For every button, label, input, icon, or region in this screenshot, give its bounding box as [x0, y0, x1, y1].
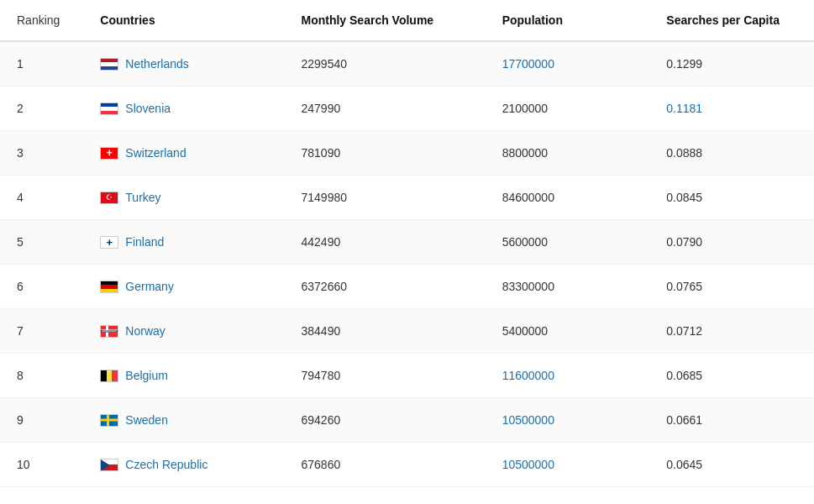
- table-row: 4Turkey7149980846000000.0845: [0, 176, 814, 220]
- country-name: Germany: [125, 280, 174, 293]
- msv-cell: 676860: [284, 443, 485, 487]
- population-cell: 2100000: [486, 87, 650, 131]
- country-flag-icon: [100, 370, 118, 382]
- country-flag-icon: [100, 459, 118, 471]
- spc-cell: 0.0790: [649, 220, 814, 265]
- rank-cell: 2: [0, 87, 83, 131]
- msv-cell: 794780: [284, 354, 485, 398]
- table-row: 5Finland44249056000000.0790: [0, 220, 814, 265]
- country-flag-icon: [100, 192, 118, 204]
- country-name: Czech Republic: [125, 458, 207, 471]
- msv-cell: 442490: [284, 220, 485, 265]
- msv-cell: 2299540: [284, 41, 485, 87]
- country-name: Sweden: [125, 413, 168, 427]
- rank-cell: 7: [0, 309, 83, 354]
- msv-cell: 7149980: [284, 176, 485, 220]
- country-name: Netherlands: [125, 57, 189, 71]
- msv-cell: 384490: [284, 309, 485, 354]
- rank-cell: 3: [0, 131, 83, 176]
- population-cell: 8800000: [486, 131, 650, 176]
- population-cell: 10500000: [486, 398, 650, 443]
- country-flag-icon: [100, 236, 118, 249]
- rank-cell: 6: [0, 265, 83, 309]
- country-flag-icon: [100, 102, 118, 115]
- rank-cell: 8: [0, 354, 83, 398]
- country-cell: Switzerland: [83, 131, 284, 176]
- country-flag-icon: [100, 281, 118, 293]
- country-name: Belgium: [125, 369, 168, 382]
- country-name: Norway: [125, 324, 165, 338]
- table-row: 6Germany6372660833000000.0765: [0, 265, 814, 309]
- population-cell: 11600000: [486, 354, 650, 398]
- population-cell: 5600000: [486, 220, 650, 265]
- population-cell: 17700000: [486, 41, 650, 87]
- msv-cell: 781090: [284, 131, 485, 176]
- country-name: Turkey: [125, 191, 160, 204]
- spc-cell: 0.1181: [649, 87, 814, 131]
- rank-cell: 5: [0, 220, 83, 265]
- country-name: Switzerland: [125, 146, 186, 160]
- country-cell: Sweden: [83, 398, 284, 443]
- table-row: 2Slovenia24799021000000.1181: [0, 87, 814, 131]
- spc-cell: 0.1299: [649, 41, 814, 87]
- spc-cell: 0.0765: [649, 265, 814, 309]
- country-cell: Turkey: [83, 176, 284, 220]
- table-row: 1Netherlands2299540177000000.1299: [0, 41, 814, 87]
- country-cell: Slovenia: [83, 87, 284, 131]
- table-row: 10Czech Republic676860105000000.0645: [0, 443, 814, 487]
- msv-cell: 6372660: [284, 265, 485, 309]
- spc-cell: 0.0685: [649, 354, 814, 398]
- country-cell: Germany: [83, 265, 284, 309]
- country-cell: Netherlands: [83, 41, 284, 87]
- population-cell: 84600000: [486, 176, 650, 220]
- table-row: 7Norway38449054000000.0712: [0, 309, 814, 354]
- country-flag-icon: [100, 414, 118, 427]
- country-flag-icon: [100, 58, 118, 71]
- table-row: 8Belgium794780116000000.0685: [0, 354, 814, 398]
- country-name: Slovenia: [125, 102, 171, 115]
- msv-cell: 247990: [284, 87, 485, 131]
- country-cell: Finland: [83, 220, 284, 265]
- rank-cell: 10: [0, 443, 83, 487]
- spc-cell: 0.0645: [649, 443, 814, 487]
- column-header-ranking: Ranking: [0, 0, 83, 41]
- table-row: 3Switzerland78109088000000.0888: [0, 131, 814, 176]
- column-header-countries: Countries: [83, 0, 284, 41]
- rank-cell: 1: [0, 41, 83, 87]
- table-row: 9Sweden694260105000000.0661: [0, 398, 814, 443]
- column-header-spc: Searches per Capita: [649, 0, 814, 41]
- population-cell: 5400000: [486, 309, 650, 354]
- population-cell: 83300000: [486, 265, 650, 309]
- country-name: Finland: [125, 235, 164, 249]
- msv-cell: 694260: [284, 398, 485, 443]
- spc-cell: 0.0845: [649, 176, 814, 220]
- country-cell: Belgium: [83, 354, 284, 398]
- rank-cell: 4: [0, 176, 83, 220]
- population-cell: 10500000: [486, 443, 650, 487]
- rankings-table-container: Ranking Countries Monthly Search Volume …: [0, 0, 814, 487]
- rank-cell: 9: [0, 398, 83, 443]
- spc-cell: 0.0712: [649, 309, 814, 354]
- country-flag-icon: [100, 147, 118, 160]
- column-header-msv: Monthly Search Volume: [284, 0, 485, 41]
- spc-cell: 0.0888: [649, 131, 814, 176]
- country-flag-icon: [100, 325, 118, 338]
- rankings-table: Ranking Countries Monthly Search Volume …: [0, 0, 814, 487]
- country-cell: Czech Republic: [83, 443, 284, 487]
- column-header-population: Population: [486, 0, 650, 41]
- country-cell: Norway: [83, 309, 284, 354]
- table-header-row: Ranking Countries Monthly Search Volume …: [0, 0, 814, 41]
- spc-cell: 0.0661: [649, 398, 814, 443]
